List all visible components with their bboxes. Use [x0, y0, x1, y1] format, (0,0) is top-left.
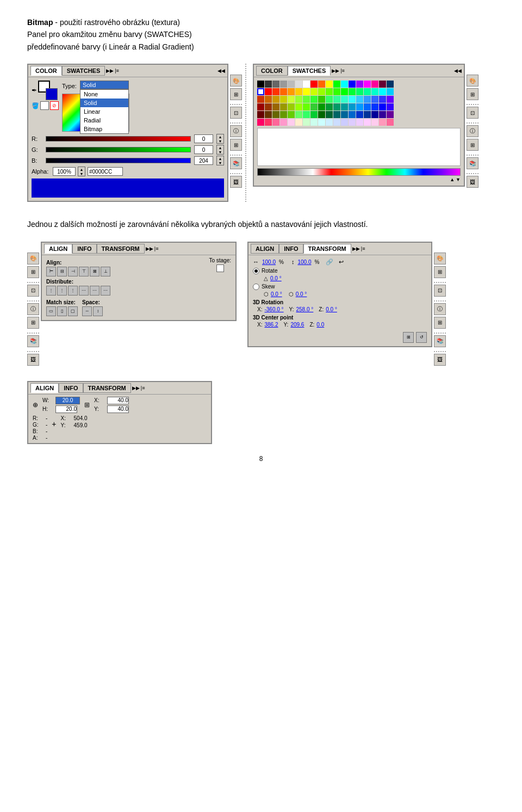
no-color-icon[interactable]: ⊘	[50, 101, 59, 110]
info-menu-icon[interactable]: |≡	[141, 385, 145, 391]
swatch[interactable]	[310, 111, 318, 118]
swatch[interactable]	[265, 111, 272, 118]
grid-tool[interactable]: ⊞	[230, 88, 242, 100]
swatch[interactable]	[280, 111, 287, 118]
align-menu-icon[interactable]: |≡	[154, 246, 159, 251]
h-pct-input[interactable]: 100.0	[297, 259, 311, 265]
dist-center-v[interactable]: ⋯	[90, 286, 100, 296]
tr-tab-align[interactable]: ALIGN	[251, 244, 279, 254]
alpha-input[interactable]	[53, 167, 76, 176]
swatch[interactable]	[265, 96, 272, 103]
swatch[interactable]	[265, 119, 272, 126]
paint-bucket-tool[interactable]: 🎨	[230, 75, 242, 87]
al-paint-tool[interactable]: 🎨	[27, 253, 39, 264]
swatch[interactable]	[318, 96, 325, 103]
swatch[interactable]	[371, 111, 378, 118]
swatch[interactable]	[272, 81, 279, 88]
swatch[interactable]	[364, 88, 371, 95]
swatch[interactable]	[364, 81, 371, 88]
swatch[interactable]	[272, 96, 279, 103]
rotate-radio[interactable]	[253, 268, 259, 274]
ry-val[interactable]: 258.0 °	[296, 306, 314, 312]
space-v[interactable]: ↕	[93, 306, 103, 316]
w-pct-input[interactable]: 100.0	[262, 259, 276, 265]
swatch[interactable]	[379, 111, 386, 118]
swatch[interactable]	[310, 103, 318, 110]
swatch[interactable]	[326, 88, 333, 95]
swatch[interactable]	[341, 119, 348, 126]
swatch[interactable]	[364, 96, 371, 103]
dist-top[interactable]: ⋯	[79, 286, 89, 296]
alpha-spinner[interactable]: ▲ ▼	[78, 167, 85, 176]
book-tool[interactable]: 📚	[230, 157, 242, 169]
swatch[interactable]	[318, 103, 325, 110]
tr-expand-icon[interactable]: ▶▶	[352, 246, 360, 251]
sw-book-tool[interactable]: 📚	[467, 157, 478, 169]
alpha-up[interactable]: ▲	[78, 167, 85, 171]
swatch[interactable]	[379, 119, 386, 126]
swatch[interactable]	[371, 103, 378, 110]
tr-image-tool[interactable]: 🖼	[434, 354, 446, 366]
swatch[interactable]	[257, 111, 264, 118]
reset-icon[interactable]: ↩	[339, 259, 344, 266]
tab-expand-icon[interactable]: ▶▶	[106, 68, 114, 73]
align-right-icon[interactable]: ⊣	[68, 267, 78, 276]
none-color-box[interactable]	[40, 101, 49, 110]
sw-paint-tool[interactable]: 🎨	[467, 75, 478, 87]
b-slider[interactable]	[46, 158, 191, 163]
swatch[interactable]	[333, 81, 340, 88]
tr-transform2-tool[interactable]: ⊞	[434, 317, 446, 329]
swatch[interactable]	[387, 88, 394, 95]
collapse-icon[interactable]: ◀◀	[217, 68, 225, 73]
tab-align[interactable]: ALIGN	[44, 244, 72, 254]
paint-icon[interactable]: 🪣	[32, 102, 39, 109]
swatch-selected[interactable]	[257, 88, 264, 95]
swatch[interactable]	[280, 88, 287, 95]
dropdown-linear[interactable]: Linear	[80, 107, 128, 116]
swatch[interactable]	[349, 88, 356, 95]
swatch[interactable]	[295, 96, 302, 103]
r-slider[interactable]	[46, 136, 191, 142]
rx-val[interactable]: -360.0 °	[264, 306, 283, 312]
swatch[interactable]	[371, 96, 378, 103]
rotate-val[interactable]: 0.0 °	[270, 275, 282, 281]
swatch[interactable]	[349, 111, 356, 118]
swatch[interactable]	[349, 119, 356, 126]
swatch[interactable]	[341, 111, 348, 118]
swatch[interactable]	[333, 119, 340, 126]
tr-tab-transform[interactable]: TRANSFORM	[303, 244, 351, 254]
swatch[interactable]	[295, 111, 302, 118]
g-input[interactable]	[194, 145, 213, 154]
swatch[interactable]	[364, 119, 371, 126]
type-dropdown-menu[interactable]: None Solid Linear Radial Bitmap	[80, 89, 129, 134]
swatch[interactable]	[310, 81, 318, 88]
swatch[interactable]	[272, 103, 279, 110]
swatches-tab-swatches[interactable]: SWATCHES	[288, 66, 331, 76]
match-h[interactable]: ▯	[57, 306, 67, 316]
swatch[interactable]	[371, 88, 378, 95]
al-grid-tool[interactable]: ⊞	[27, 266, 39, 278]
swatch[interactable]	[371, 81, 378, 88]
swatch[interactable]	[288, 96, 295, 103]
swatch[interactable]	[326, 81, 333, 88]
sw-transform-tool[interactable]: ⊞	[467, 139, 478, 151]
align-bottom-icon[interactable]: ⊥	[101, 267, 110, 276]
swatch[interactable]	[349, 96, 356, 103]
g-up[interactable]: ▲	[217, 145, 223, 150]
transform-tool[interactable]: ⊞	[230, 139, 242, 151]
swatch[interactable]	[265, 81, 272, 88]
swatches-menu-icon[interactable]: |≡	[340, 68, 345, 73]
swatch[interactable]	[356, 88, 363, 95]
swatch[interactable]	[265, 88, 272, 95]
swatch[interactable]	[341, 88, 348, 95]
b-spinner[interactable]: ▲ ▼	[216, 156, 224, 165]
swatch[interactable]	[356, 103, 363, 110]
swatch[interactable]	[257, 81, 264, 88]
w-input[interactable]	[55, 397, 80, 404]
swatch[interactable]	[387, 103, 394, 110]
space-h[interactable]: ↔	[82, 306, 92, 316]
skew-val2[interactable]: 0.0 °	[296, 291, 307, 297]
skew-radio[interactable]	[253, 284, 259, 290]
r-up[interactable]: ▲	[217, 134, 223, 139]
swatch[interactable]	[341, 96, 348, 103]
